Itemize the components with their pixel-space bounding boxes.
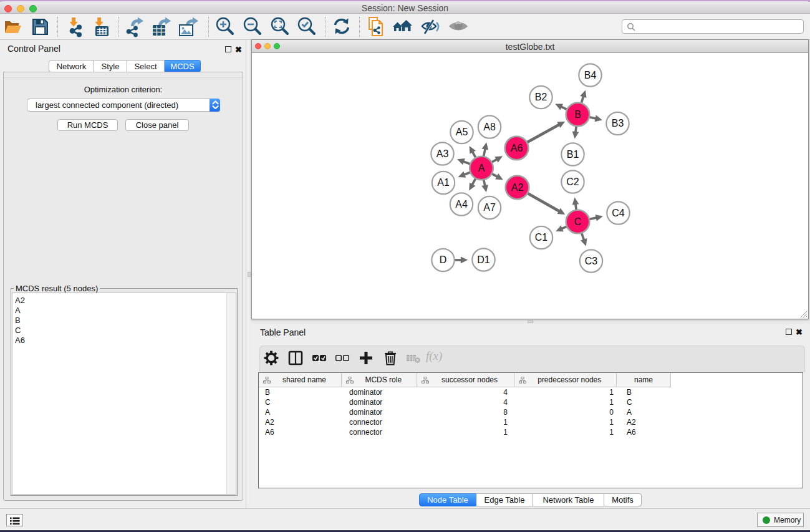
svg-text:B2: B2: [535, 92, 547, 102]
svg-text:A5: A5: [456, 127, 468, 137]
svg-text:C: C: [574, 216, 582, 227]
svg-text:A6: A6: [511, 143, 523, 153]
svg-text:A1: A1: [437, 177, 450, 188]
svg-text:B4: B4: [584, 70, 597, 80]
svg-text:D: D: [440, 254, 447, 265]
svg-text:C1: C1: [535, 232, 548, 243]
svg-text:A: A: [478, 163, 485, 173]
svg-text:A2: A2: [511, 182, 524, 193]
svg-text:B3: B3: [612, 118, 624, 128]
svg-text:C2: C2: [566, 177, 579, 187]
svg-text:C4: C4: [612, 208, 625, 218]
svg-text:B: B: [574, 109, 581, 120]
svg-text:C3: C3: [585, 256, 598, 266]
svg-text:A8: A8: [483, 122, 496, 132]
svg-text:A3: A3: [436, 148, 449, 159]
svg-text:A7: A7: [483, 202, 496, 213]
svg-text:B1: B1: [567, 149, 579, 160]
svg-text:A4: A4: [455, 199, 468, 210]
svg-text:D1: D1: [477, 254, 490, 265]
